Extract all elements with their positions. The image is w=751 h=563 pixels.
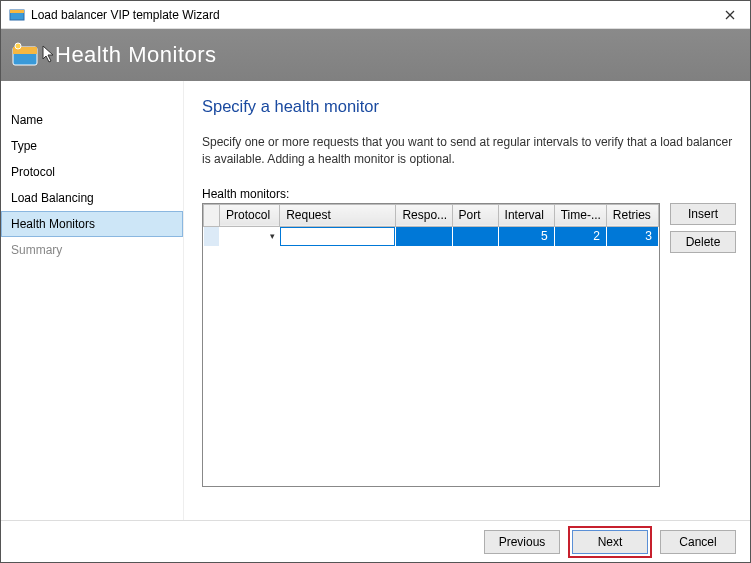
sidebar-item-summary[interactable]: Summary: [1, 237, 183, 263]
main-content: Specify a health monitor Specify one or …: [184, 81, 750, 520]
col-port[interactable]: Port: [452, 204, 498, 226]
table-area: Protocol Request Respo... Port Interval …: [202, 203, 736, 520]
wizard-header: Health Monitors: [1, 29, 750, 81]
svg-marker-7: [43, 46, 53, 62]
table-header-row: Protocol Request Respo... Port Interval …: [204, 204, 659, 226]
svg-point-6: [15, 43, 21, 49]
title-bar: Load balancer VIP template Wizard: [1, 1, 750, 29]
sidebar-item-type[interactable]: Type: [1, 133, 183, 159]
svg-rect-1: [10, 10, 24, 13]
cell-request[interactable]: [280, 226, 396, 246]
wizard-footer: Previous Next Cancel: [1, 520, 750, 562]
cell-timeout[interactable]: 2: [554, 226, 606, 246]
next-button-highlight: Next: [568, 526, 652, 558]
grid-side-buttons: Insert Delete: [670, 203, 736, 520]
delete-button[interactable]: Delete: [670, 231, 736, 253]
health-monitors-grid[interactable]: Protocol Request Respo... Port Interval …: [202, 203, 660, 487]
cell-response[interactable]: [396, 226, 452, 246]
chevron-down-icon[interactable]: ▾: [270, 231, 275, 241]
sidebar: Name Type Protocol Load Balancing Health…: [1, 81, 184, 520]
cancel-button[interactable]: Cancel: [660, 530, 736, 554]
request-input[interactable]: [280, 227, 395, 246]
wizard-step-title: Health Monitors: [55, 42, 217, 68]
close-button[interactable]: [710, 1, 750, 28]
col-retries[interactable]: Retries: [606, 204, 658, 226]
col-protocol[interactable]: Protocol: [220, 204, 280, 226]
window-title: Load balancer VIP template Wizard: [31, 8, 710, 22]
table-row[interactable]: ▾ 5 2 3: [204, 226, 659, 246]
row-selector[interactable]: [204, 226, 220, 246]
page-heading: Specify a health monitor: [202, 97, 736, 116]
next-button[interactable]: Next: [572, 530, 648, 554]
col-timeout[interactable]: Time-...: [554, 204, 606, 226]
page-description: Specify one or more requests that you wa…: [202, 134, 736, 169]
col-interval[interactable]: Interval: [498, 204, 554, 226]
sidebar-item-health-monitors[interactable]: Health Monitors: [1, 211, 183, 237]
cell-port[interactable]: [452, 226, 498, 246]
sidebar-item-load-balancing[interactable]: Load Balancing: [1, 185, 183, 211]
app-icon: [9, 7, 25, 23]
cell-interval[interactable]: 5: [498, 226, 554, 246]
cell-protocol[interactable]: ▾: [220, 226, 280, 246]
wizard-icon: [11, 41, 39, 69]
col-request[interactable]: Request: [280, 204, 396, 226]
insert-button[interactable]: Insert: [670, 203, 736, 225]
previous-button[interactable]: Previous: [484, 530, 560, 554]
cell-retries[interactable]: 3: [606, 226, 658, 246]
col-response[interactable]: Respo...: [396, 204, 452, 226]
sidebar-item-protocol[interactable]: Protocol: [1, 159, 183, 185]
wizard-body: Name Type Protocol Load Balancing Health…: [1, 81, 750, 520]
sidebar-item-name[interactable]: Name: [1, 107, 183, 133]
row-header-blank: [204, 204, 220, 226]
table-label: Health monitors:: [202, 187, 736, 201]
wizard-window: Load balancer VIP template Wizard Health…: [0, 0, 751, 563]
